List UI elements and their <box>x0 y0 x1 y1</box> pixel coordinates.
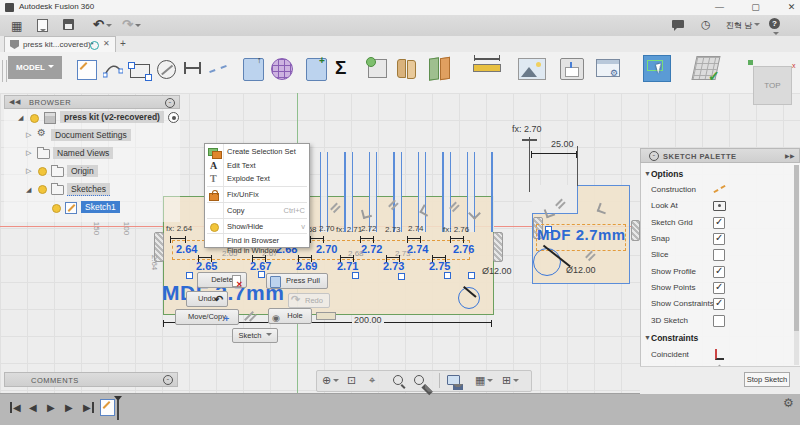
palette-row-show-constraints[interactable]: Show Constraints <box>641 296 799 311</box>
sketch-point[interactable] <box>352 272 359 279</box>
look-at-icon[interactable]: ⊡ <box>347 374 356 387</box>
new-tab-button[interactable]: + <box>120 38 126 49</box>
collapse-panel-icon[interactable]: ◀◀ <box>9 98 21 106</box>
save-icon[interactable] <box>63 19 74 30</box>
browser-header[interactable]: ◀◀ BROWSER - <box>4 95 180 109</box>
palette-row-show-profile[interactable]: Show Profile <box>641 264 799 279</box>
visibility-bulb-icon[interactable] <box>30 114 39 123</box>
timeline-play-button[interactable]: ▶ <box>47 402 55 413</box>
redo-button[interactable]: ↷ Redo <box>288 293 330 308</box>
extrude-icon[interactable]: ↑ <box>243 58 264 81</box>
hole-circle[interactable] <box>533 248 561 276</box>
spline-icon[interactable] <box>103 62 123 78</box>
change-parameters-icon[interactable]: Σ <box>335 57 346 79</box>
insert-image-icon[interactable] <box>518 58 546 80</box>
collapsed-icon[interactable]: ▷ <box>26 149 31 157</box>
move-copy-button[interactable]: Move/Copy + <box>175 309 239 325</box>
create-sketch-icon[interactable] <box>77 60 97 80</box>
browser-item-label[interactable]: Origin <box>67 165 98 177</box>
construct-plane-icon[interactable] <box>429 57 439 80</box>
panel-minimize-icon[interactable]: - <box>649 151 659 161</box>
dimension-label[interactable]: 200.00 <box>352 315 384 325</box>
dimension-icon[interactable] <box>184 67 200 69</box>
timeline-go-end-button[interactable]: ▶ <box>83 402 94 413</box>
checkbox[interactable] <box>713 266 725 278</box>
timeline-step-back-button[interactable]: ◀ <box>29 402 37 413</box>
settings-gear-icon[interactable]: ⚙ <box>783 396 794 410</box>
help-menu-icon[interactable]: ? <box>769 18 780 29</box>
construction-line-icon[interactable] <box>713 185 725 193</box>
menu-item-show-hide[interactable]: Show/Hide v <box>205 220 309 233</box>
expand-icon[interactable]: ◢ <box>18 114 23 122</box>
checkbox[interactable] <box>713 233 725 245</box>
file-menu-icon[interactable] <box>37 19 48 32</box>
activate-component-radio[interactable] <box>168 112 179 123</box>
palette-section-options[interactable]: ▼ Options <box>641 166 799 181</box>
timeline-step-forward-button[interactable]: ▶ <box>65 402 73 413</box>
look-at-icon[interactable] <box>713 201 726 211</box>
sketch-point[interactable] <box>258 271 265 278</box>
dimension-label[interactable]: 2.72 <box>361 224 377 233</box>
panel-minimize-icon[interactable]: - <box>163 375 173 385</box>
dimension-label[interactable]: 2.74 <box>408 224 424 233</box>
expand-panel-icon[interactable]: ▶▶ <box>785 152 795 159</box>
palette-row-sketch-grid[interactable]: Sketch Grid <box>641 215 799 230</box>
redo-icon[interactable]: ↷ <box>122 17 141 32</box>
coincident-icon[interactable] <box>715 349 724 360</box>
construction-line-icon[interactable] <box>209 65 227 73</box>
collapsed-icon[interactable]: ▷ <box>26 167 31 175</box>
hole-button[interactable]: ◉ Hole <box>268 308 312 324</box>
expand-icon[interactable]: ◢ <box>26 186 31 194</box>
viewcube[interactable]: TOP <box>753 66 792 105</box>
sketch-point[interactable] <box>398 273 405 280</box>
joint-icon[interactable] <box>397 59 406 78</box>
toolbar-grip[interactable] <box>2 60 7 82</box>
menu-item-fix-unfix[interactable]: Fix/UnFix <box>205 188 309 201</box>
dimension-label[interactable]: 2.72 <box>361 243 382 255</box>
circle-icon[interactable] <box>157 60 176 79</box>
dimension-label[interactable]: fx: 2.64 <box>166 224 192 233</box>
dimension-label[interactable]: fx: 2.70 <box>512 124 542 134</box>
pan-icon[interactable]: ⌖ <box>369 374 375 387</box>
dimension-label[interactable]: 2.69 <box>296 260 317 272</box>
undo-button[interactable]: Undo ↶ <box>186 291 228 307</box>
timeline-position-marker[interactable] <box>117 400 119 420</box>
checkbox[interactable] <box>713 217 725 229</box>
palette-section-constraints[interactable]: ▼ Constraints <box>641 330 799 345</box>
workspace-selector[interactable]: MODEL <box>8 56 62 79</box>
measure-icon[interactable] <box>473 64 501 72</box>
dimension-label[interactable]: 2.64 <box>176 243 197 255</box>
visibility-bulb-icon[interactable] <box>38 185 47 194</box>
browser-item-label[interactable]: press kit (v2-recovered) <box>60 111 164 123</box>
form-icon[interactable] <box>271 58 293 80</box>
checkbox[interactable] <box>713 249 725 261</box>
maximize-button[interactable]: ▢ <box>750 2 761 13</box>
new-component-icon[interactable] <box>368 59 387 78</box>
diameter-dimension[interactable]: Ø12.00 <box>482 266 512 276</box>
app-menu-icon[interactable]: ▦ <box>11 19 22 33</box>
dimension-label[interactable]: 2.65 <box>196 260 217 272</box>
select-icon[interactable] <box>643 55 671 82</box>
palette-row-coincident[interactable]: Coincident <box>641 347 799 362</box>
stop-sketch-button[interactable]: Stop Sketch <box>744 372 790 387</box>
palette-row-look-at[interactable]: Look At <box>641 198 799 213</box>
menu-item-edit-text[interactable]: A Edit Text <box>205 159 309 172</box>
palette-row-snap[interactable]: Snap <box>641 231 799 246</box>
zoom-icon[interactable] <box>393 375 403 385</box>
checkbox[interactable] <box>713 315 725 327</box>
panel-minimize-icon[interactable]: - <box>165 98 175 108</box>
palette-scrollbar[interactable] <box>794 165 799 365</box>
comments-panel-header[interactable]: COMMENTS - <box>4 372 178 387</box>
palette-row-slice[interactable]: Slice <box>641 247 799 262</box>
browser-item-label[interactable]: Sketches <box>67 183 110 196</box>
undo-icon[interactable]: ↶ <box>93 17 112 32</box>
add-ins-icon[interactable]: ⚙ <box>596 59 620 77</box>
dimension-label[interactable]: 2.73 <box>385 225 401 234</box>
timeline-go-start-button[interactable]: ◀ <box>10 402 21 413</box>
checkbox[interactable] <box>713 298 725 310</box>
palette-row-show-points[interactable]: Show Points <box>641 280 799 295</box>
dimension-label[interactable]: 25.00 <box>551 139 574 149</box>
close-button[interactable]: ✕ <box>786 2 797 13</box>
palette-row-3d-sketch[interactable]: 3D Sketch <box>641 313 799 328</box>
timeline-sketch-feature-icon[interactable] <box>100 399 115 416</box>
